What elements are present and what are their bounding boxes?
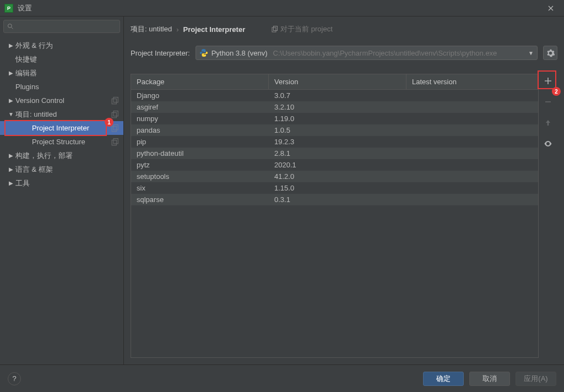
help-button[interactable]: ? [8, 372, 21, 385]
help-icon: ? [12, 374, 16, 383]
sidebar-item-label: 快捷键 [15, 55, 123, 64]
settings-window: P 设置 ▶外观 & 行为▶快捷键▶编辑器▶Plugins▶Version Co… [0, 0, 564, 392]
table-row[interactable]: numpy1.19.0 [131, 113, 538, 124]
show-early-releases-button[interactable] [541, 137, 555, 151]
packages-table: Package Version Latest version Django3.0… [131, 74, 539, 358]
sidebar-item-3[interactable]: ▶Plugins [0, 80, 123, 94]
sidebar-item-10[interactable]: ▶工具 [0, 176, 123, 190]
breadcrumb-seg2: Project Interpreter [183, 25, 246, 34]
search-wrap [0, 17, 123, 36]
gear-icon [546, 49, 555, 57]
sidebar: ▶外观 & 行为▶快捷键▶编辑器▶Plugins▶Version Control… [0, 17, 124, 364]
table-row[interactable]: six1.15.0 [131, 182, 538, 194]
col-header-latest[interactable]: Latest version [406, 74, 538, 89]
cell-package: python-dateutil [131, 149, 269, 157]
tree-arrow-icon: ▶ [8, 166, 14, 172]
cell-package: pip [131, 138, 269, 146]
cell-package: asgiref [131, 103, 269, 111]
settings-tree: ▶外观 & 行为▶快捷键▶编辑器▶Plugins▶Version Control… [0, 36, 123, 364]
upgrade-package-button[interactable] [541, 116, 555, 130]
footer: ? 确定 取消 应用(A) [0, 364, 564, 392]
sidebar-item-6[interactable]: ▶Project Interpreter1 [0, 121, 123, 135]
table-row[interactable]: python-dateutil2.8.1 [131, 148, 538, 159]
ok-button[interactable]: 确定 [423, 372, 464, 386]
table-row[interactable]: sqlparse0.3.1 [131, 194, 538, 205]
breadcrumb: 项目: untitled › Project Interpreter 对于当前 … [131, 22, 557, 36]
sidebar-item-4[interactable]: ▶Version Control [0, 94, 123, 107]
cell-version: 3.2.10 [269, 103, 406, 111]
cell-version: 41.2.0 [269, 172, 406, 181]
sidebar-item-8[interactable]: ▶构建，执行，部署 [0, 149, 123, 162]
sidebar-item-9[interactable]: ▶语言 & 框架 [0, 162, 123, 176]
sidebar-item-2[interactable]: ▶编辑器 [0, 66, 123, 80]
window-title: 设置 [18, 3, 542, 13]
cell-version: 1.0.5 [269, 126, 406, 134]
svg-rect-5 [113, 111, 118, 116]
minus-icon [544, 98, 552, 106]
sidebar-item-label: 项目: untitled [15, 110, 111, 119]
close-button[interactable] [542, 0, 560, 17]
sidebar-item-label: 编辑器 [15, 68, 123, 78]
svg-point-12 [547, 143, 549, 145]
table-body[interactable]: Django3.0.7asgiref3.2.10numpy1.19.0panda… [131, 90, 538, 357]
sidebar-item-label: 外观 & 行为 [15, 41, 123, 51]
cell-version: 2020.1 [269, 161, 406, 169]
sidebar-item-1[interactable]: ▶快捷键 [0, 52, 123, 66]
python-icon [199, 48, 208, 57]
search-field[interactable] [16, 22, 116, 31]
svg-line-1 [12, 28, 13, 29]
up-arrow-icon [545, 119, 551, 126]
table-row[interactable]: pip19.2.3 [131, 136, 538, 148]
interpreter-dropdown[interactable]: Python 3.8 (venv) C:\Users\bobin.yang\Py… [196, 46, 538, 60]
search-input[interactable] [3, 20, 120, 33]
sidebar-item-label: Project Structure [32, 138, 111, 146]
chevron-down-icon: ▼ [528, 50, 534, 56]
copy-icon [111, 97, 119, 105]
svg-rect-6 [112, 126, 116, 131]
interpreter-settings-button[interactable] [543, 46, 557, 60]
copy-icon [272, 26, 278, 32]
svg-rect-10 [272, 28, 276, 32]
cell-package: pytz [131, 161, 269, 169]
svg-rect-4 [112, 112, 116, 117]
svg-rect-9 [113, 138, 118, 143]
cell-package: setuptools [131, 172, 269, 181]
svg-rect-2 [112, 99, 116, 104]
table-row[interactable]: pytz2020.1 [131, 159, 538, 171]
table-side-buttons: 2 [539, 74, 557, 358]
tree-arrow-icon: ▶ [8, 97, 14, 104]
sidebar-item-7[interactable]: ▶Project Structure [0, 135, 123, 149]
cell-version: 1.19.0 [269, 115, 406, 123]
svg-rect-11 [274, 26, 278, 31]
sidebar-item-label: 构建，执行，部署 [15, 151, 123, 161]
sidebar-item-label: Plugins [15, 83, 123, 91]
tree-arrow-icon: ▶ [8, 153, 14, 159]
close-icon [548, 6, 554, 11]
sidebar-item-0[interactable]: ▶外观 & 行为 [0, 39, 123, 52]
sidebar-item-label: Project Interpreter [32, 124, 111, 132]
sidebar-item-label: 语言 & 框架 [15, 165, 123, 175]
cell-version: 19.2.3 [269, 138, 406, 146]
col-header-package[interactable]: Package [131, 74, 269, 89]
col-header-version[interactable]: Version [269, 74, 406, 89]
tree-arrow-icon: ▶ [8, 42, 14, 48]
interpreter-path: C:\Users\bobin.yang\PycharmProjects\unti… [273, 49, 525, 57]
sidebar-item-5[interactable]: ▼项目: untitled [0, 107, 123, 121]
remove-package-button[interactable] [541, 95, 555, 109]
cell-package: numpy [131, 115, 269, 123]
cell-package: six [131, 184, 269, 192]
table-row[interactable]: pandas1.0.5 [131, 124, 538, 136]
add-package-button[interactable]: 2 [541, 74, 555, 88]
cell-package: Django [131, 91, 269, 100]
breadcrumb-seg1: 项目: untitled [131, 24, 172, 34]
table-row[interactable]: Django3.0.7 [131, 90, 538, 101]
table-row[interactable]: setuptools41.2.0 [131, 171, 538, 182]
table-header: Package Version Latest version [131, 74, 538, 90]
table-row[interactable]: asgiref3.2.10 [131, 101, 538, 113]
apply-button[interactable]: 应用(A) [516, 372, 556, 386]
svg-rect-3 [113, 97, 118, 102]
main-panel: 项目: untitled › Project Interpreter 对于当前 … [124, 17, 564, 364]
scope-label: 对于当前 project [272, 24, 333, 34]
cancel-button[interactable]: 取消 [469, 372, 510, 386]
search-icon [7, 23, 14, 30]
